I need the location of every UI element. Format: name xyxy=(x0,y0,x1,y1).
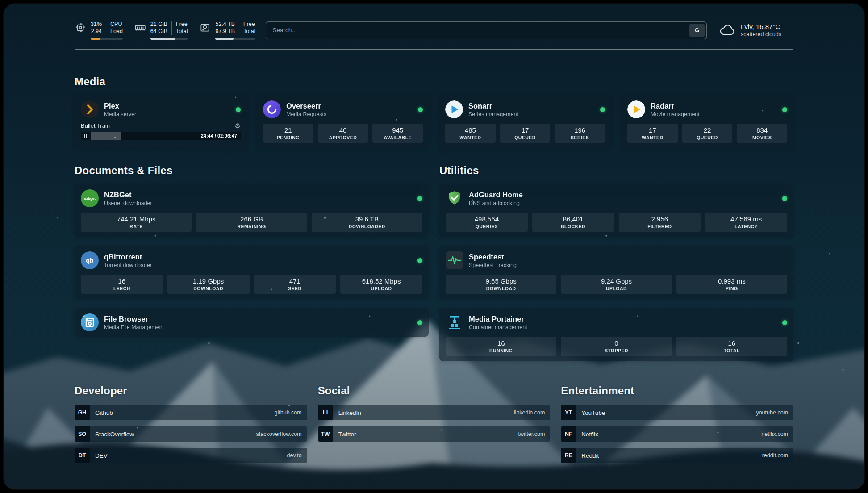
search-provider-button[interactable]: G xyxy=(689,24,705,37)
bookmarks-developer: Developer GH Github github.com SO StackO… xyxy=(75,384,307,463)
stat-box: 47.569 ms LATENCY xyxy=(705,213,787,232)
memory-total-label: Total xyxy=(176,28,188,35)
playback-progress-bar[interactable]: 24:44 / 02:06:47 xyxy=(81,132,241,140)
stream-settings-gear-icon[interactable]: ⚙ xyxy=(235,122,241,129)
section-title-entertainment: Entertainment xyxy=(561,384,793,397)
bookmark-stackoverflow[interactable]: SO StackOverflow stackoverflow.com xyxy=(75,426,307,442)
bookmark-github[interactable]: GH Github github.com xyxy=(75,405,307,420)
app-card-overseerr[interactable]: Overseerr Media Requests 21 PENDING 40 A… xyxy=(257,95,429,148)
status-online-dot xyxy=(417,258,422,263)
dashboard-window: 31% 2.94 CPU Load xyxy=(4,4,864,489)
stat-box: 498,564 QUERIES xyxy=(446,213,528,232)
overseerr-icon xyxy=(263,100,281,118)
app-name: File Browser xyxy=(104,314,164,323)
section-title-social: Social xyxy=(318,384,551,397)
bookmark-dev[interactable]: DT DEV dev.to xyxy=(75,448,307,463)
bookmark-youtube[interactable]: YT YouTube youtube.com xyxy=(561,405,793,420)
app-subtitle: DNS and adblocking xyxy=(469,200,523,207)
qbittorrent-icon: qb xyxy=(81,251,99,269)
disk-widget: 52.4 TB 97.9 TB Free Total xyxy=(199,21,255,40)
stat-box: 9.24 Gbps UPLOAD xyxy=(561,275,672,294)
section-documents: Documents & Files nzbget NZBGet Usenet d… xyxy=(75,164,429,337)
stat-box: 485 WANTED xyxy=(445,124,496,143)
app-name: Speedtest xyxy=(469,252,517,261)
disk-icon xyxy=(199,22,211,33)
stat-box: 0.993 ms PING xyxy=(676,275,787,294)
app-card-speedtest[interactable]: Speedtest Speedtest Tracking 9.65 Gbps D… xyxy=(439,246,793,299)
bookmark-linkedin[interactable]: LI LinkedIn linkedin.com xyxy=(318,405,551,420)
bookmarks-social: Social LI LinkedIn linkedin.com TW Twitt… xyxy=(318,384,551,442)
app-name: Plex xyxy=(104,101,136,110)
weather-widget: Lviv, 16.87°C scattered clouds xyxy=(718,21,793,39)
cloud-icon xyxy=(718,21,736,39)
stat-box: 17 QUEUED xyxy=(500,124,551,143)
sonarr-icon xyxy=(445,100,463,118)
stat-box: 17 WANTED xyxy=(627,124,678,143)
app-card-qbittorrent[interactable]: qb qBittorrent Torrent downloader 16 LEE… xyxy=(75,246,429,299)
app-card-nzbget[interactable]: nzbget NZBGet Usenet downloader 744.21 M… xyxy=(75,184,429,237)
bookmark-twitter[interactable]: TW Twitter twitter.com xyxy=(318,426,551,442)
status-online-dot xyxy=(418,107,423,112)
section-title-documents: Documents & Files xyxy=(75,164,429,177)
bookmark-netflix[interactable]: NF Netflix netflix.com xyxy=(561,426,793,442)
cpu-usage-bar xyxy=(91,38,123,40)
status-online-dot xyxy=(782,107,787,112)
stat-box: 16 RUNNING xyxy=(446,337,556,356)
weather-location-temp: Lviv, 16.87°C xyxy=(741,23,781,30)
section-title-developer: Developer xyxy=(75,384,307,397)
stat-box: 744.21 Mbps RATE xyxy=(81,213,192,232)
stat-box: 1.19 Gbps DOWNLOAD xyxy=(167,275,250,294)
app-card-portainer[interactable]: Media Portainer Container management 16 … xyxy=(439,308,793,361)
search-input[interactable] xyxy=(266,21,707,39)
cpu-percent: 31% xyxy=(91,21,102,28)
stat-box: 16 LEECH xyxy=(81,275,163,294)
app-card-sonarr[interactable]: Sonarr Series management 485 WANTED 17 Q… xyxy=(439,95,611,148)
stat-box: 834 MOVIES xyxy=(737,124,787,143)
disk-total-label: Total xyxy=(243,28,255,35)
cpu-load-label: Load xyxy=(110,28,123,35)
app-card-adguard[interactable]: AdGuard Home DNS and adblocking 498,564 … xyxy=(439,184,793,237)
memory-widget: 21 GiB 64 GiB Free Total xyxy=(134,21,188,40)
section-title-utilities: Utilities xyxy=(439,164,793,177)
stat-box: 618.52 Mbps UPLOAD xyxy=(340,275,422,294)
app-card-filebrowser[interactable]: File Browser Media File Management xyxy=(75,308,429,337)
bookmarks-entertainment: Entertainment YT YouTube youtube.com NF … xyxy=(561,384,793,463)
stackoverflow-icon: SO xyxy=(75,426,90,442)
app-subtitle: Series management xyxy=(468,111,518,118)
section-utilities: Utilities AdGuard Home xyxy=(439,164,793,361)
stat-box: 22 QUEUED xyxy=(682,124,733,143)
stat-box: 196 SERIES xyxy=(555,124,605,143)
cpu-load-value: 2.94 xyxy=(91,28,102,35)
stat-box: 16 TOTAL xyxy=(676,337,787,356)
status-online-dot xyxy=(782,196,787,201)
adguard-icon xyxy=(446,189,463,207)
app-subtitle: Speedtest Tracking xyxy=(469,262,517,269)
app-name: NZBGet xyxy=(104,190,152,199)
stat-box: 40 APPROVED xyxy=(318,124,368,143)
now-playing-title: Bullet Train xyxy=(81,122,110,129)
topbar: 31% 2.94 CPU Load xyxy=(75,21,793,40)
memory-total-value: 64 GiB xyxy=(150,28,167,35)
app-card-plex[interactable]: Plex Media server Bullet Train ⚙ 24:44 /… xyxy=(75,95,247,148)
disk-usage-bar xyxy=(215,38,255,40)
linkedin-icon: LI xyxy=(318,405,333,420)
disk-free-value: 52.4 TB xyxy=(215,21,235,28)
radarr-icon xyxy=(627,100,645,118)
status-online-dot xyxy=(417,196,422,201)
app-name: qBittorrent xyxy=(104,252,152,261)
memory-free-value: 21 GiB xyxy=(150,21,167,28)
section-title-media: Media xyxy=(75,75,793,88)
app-subtitle: Media Requests xyxy=(286,111,326,118)
app-card-radarr[interactable]: Radarr Movie management 17 WANTED 22 QUE… xyxy=(621,95,793,148)
disk-total-value: 97.9 TB xyxy=(215,28,235,35)
app-name: Sonarr xyxy=(468,101,518,110)
memory-icon xyxy=(134,22,146,33)
app-subtitle: Usenet downloader xyxy=(104,200,152,207)
bookmark-reddit[interactable]: RE Reddit reddit.com xyxy=(561,448,793,463)
pause-button[interactable] xyxy=(81,132,91,140)
status-online-dot xyxy=(236,107,241,112)
nzbget-icon: nzbget xyxy=(81,189,99,207)
stat-box: 86,401 BLOCKED xyxy=(532,213,614,232)
filebrowser-icon xyxy=(81,313,99,331)
stat-box: 945 AVAILABLE xyxy=(372,124,423,143)
